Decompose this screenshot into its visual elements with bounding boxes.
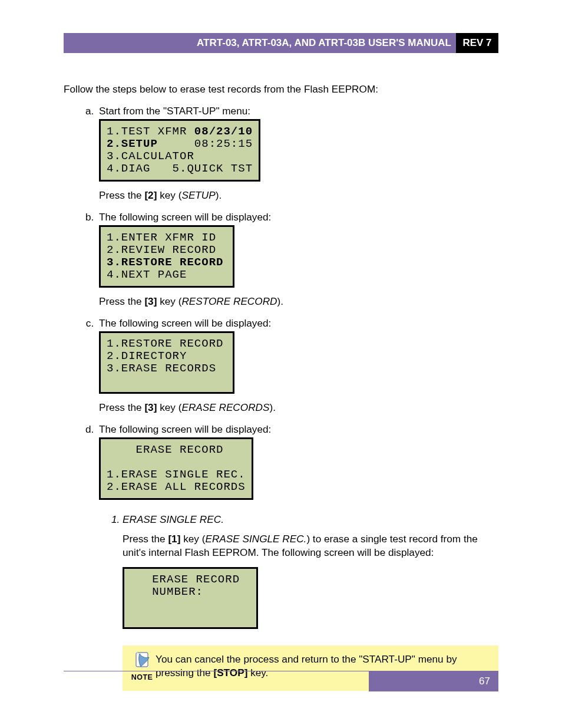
step-c-after: Press the [3] key (ERASE RECORDS).	[99, 401, 498, 414]
step-d-lead: The following screen will be displayed:	[99, 423, 498, 436]
header-bar: ATRT-03, ATRT-03A, AND ATRT-03B USER'S M…	[64, 33, 498, 53]
substep-1-title: ERASE SINGLE REC.	[123, 513, 224, 525]
step-b: The following screen will be displayed: …	[97, 210, 498, 308]
step-b-after: Press the [3] key (RESTORE RECORD).	[99, 295, 498, 308]
lcd-screen-a: 1.TEST XFMR 08/23/10 2.SETUP 08:25:15 3.…	[99, 119, 260, 182]
step-a: Start from the "START-UP" menu: 1.TEST X…	[97, 104, 498, 202]
lcd-screen-b: 1.ENTER XFMR ID 2.REVIEW RECORD 3.RESTOR…	[99, 225, 234, 288]
step-c: The following screen will be displayed: …	[97, 317, 498, 414]
step-a-lead: Start from the "START-UP" menu:	[99, 104, 498, 118]
substep-1: ERASE SINGLE REC. Press the [1] key (ERA…	[123, 513, 498, 691]
step-a-after: Press the [2] key (SETUP).	[99, 189, 498, 202]
substep-1-para: Press the [1] key (ERASE SINGLE REC.) to…	[123, 532, 498, 559]
footer: 67	[64, 671, 498, 691]
header-title: ATRT-03, ATRT-03A, AND ATRT-03B USER'S M…	[64, 33, 456, 53]
page-number: 67	[369, 671, 498, 691]
step-c-lead: The following screen will be displayed:	[99, 317, 498, 330]
lcd-screen-d: ERASE RECORD 1.ERASE SINGLE REC. 2.ERASE…	[99, 437, 253, 500]
lcd-screen-c: 1.RESTORE RECORD 2.DIRECTORY 3.ERASE REC…	[99, 331, 234, 394]
step-b-lead: The following screen will be displayed:	[99, 210, 498, 224]
page-body: Follow the steps below to erase test rec…	[64, 83, 498, 699]
intro-text: Follow the steps below to erase test rec…	[64, 83, 498, 96]
step-d: The following screen will be displayed: …	[97, 423, 498, 691]
lcd-screen-d1: ERASE RECORD NUMBER:	[123, 567, 258, 630]
header-rev: REV 7	[456, 33, 498, 53]
